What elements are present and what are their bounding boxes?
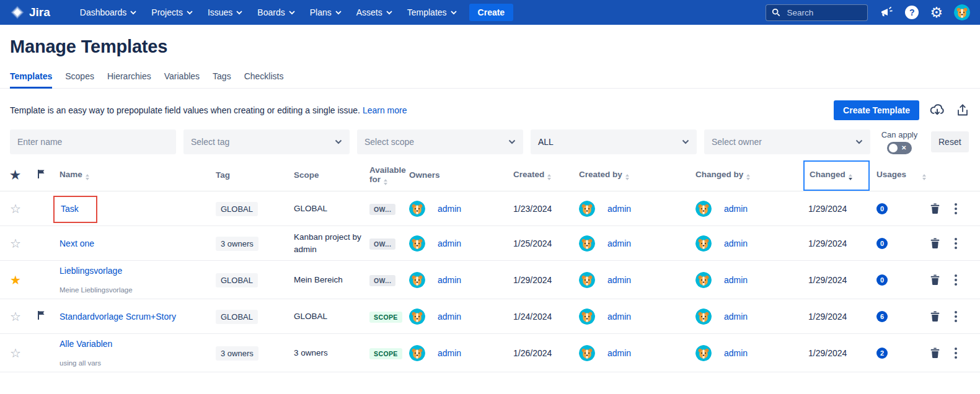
- reset-button[interactable]: Reset: [931, 131, 969, 152]
- owner-avatar[interactable]: [409, 272, 425, 288]
- changed-by-avatar[interactable]: [695, 235, 712, 252]
- nav-menu-item[interactable]: Issues: [200, 0, 250, 25]
- owner-link[interactable]: admin: [438, 239, 461, 248]
- favorite-star-icon[interactable]: ★: [10, 273, 21, 287]
- column-header-favorite[interactable]: ★: [10, 168, 37, 182]
- more-actions-icon[interactable]: [953, 310, 958, 323]
- column-header-tag[interactable]: Tag: [216, 170, 294, 180]
- nav-menu-item[interactable]: Boards: [250, 0, 302, 25]
- tab-checklists[interactable]: Checklists: [244, 71, 284, 88]
- nav-menu-item[interactable]: Assets: [349, 0, 400, 25]
- column-header-created[interactable]: Created: [513, 170, 579, 180]
- tag-badge: 3 owners: [216, 346, 258, 361]
- changed-by-avatar[interactable]: [695, 272, 712, 288]
- help-icon[interactable]: ?: [905, 6, 919, 19]
- owner-link[interactable]: admin: [438, 312, 461, 322]
- delete-icon[interactable]: [930, 238, 940, 249]
- created-by-link[interactable]: admin: [607, 239, 631, 248]
- more-actions-icon[interactable]: [953, 273, 958, 287]
- delete-icon[interactable]: [930, 274, 940, 286]
- created-by-link[interactable]: admin: [607, 204, 631, 214]
- column-header-changed-by[interactable]: Changed by: [695, 170, 808, 180]
- export-icon[interactable]: [955, 103, 970, 118]
- table-row: ★ Lieblingsvorlage Meine Lieblingsvorlag…: [0, 261, 980, 299]
- template-name-link[interactable]: Lieblingsvorlage: [60, 266, 122, 276]
- changed-by-link[interactable]: admin: [724, 204, 748, 214]
- column-header-name[interactable]: Name: [60, 170, 216, 180]
- scope-filter-select[interactable]: Select scope: [357, 129, 523, 154]
- created-by-avatar[interactable]: [579, 201, 595, 217]
- changed-by-link[interactable]: admin: [724, 239, 748, 248]
- owner-link[interactable]: admin: [438, 348, 461, 358]
- import-cloud-icon[interactable]: [929, 102, 945, 118]
- column-header-flag[interactable]: [37, 169, 60, 181]
- owner-avatar[interactable]: [409, 345, 425, 361]
- template-name-link[interactable]: Standardvorlage Scrum+Story: [60, 312, 176, 322]
- jira-logo[interactable]: Jira: [10, 5, 50, 20]
- template-name-link[interactable]: Task: [61, 204, 79, 214]
- changed-by-link[interactable]: admin: [724, 275, 748, 285]
- favorite-star-icon[interactable]: ☆: [10, 202, 21, 216]
- changed-by-link[interactable]: admin: [724, 348, 748, 358]
- scope-value: GLOBAL: [294, 204, 336, 213]
- owner-avatar[interactable]: [409, 309, 425, 325]
- column-header-scope[interactable]: Scope: [294, 170, 369, 180]
- tab-tags[interactable]: Tags: [213, 71, 231, 88]
- created-by-link[interactable]: admin: [607, 348, 631, 358]
- created-by-link[interactable]: admin: [607, 275, 631, 285]
- changed-by-avatar[interactable]: [695, 345, 712, 361]
- nav-menu-item[interactable]: Plans: [302, 0, 349, 25]
- user-avatar[interactable]: [954, 4, 970, 20]
- column-header-created-by[interactable]: Created by: [579, 170, 695, 180]
- delete-icon[interactable]: [930, 203, 940, 214]
- favorite-star-icon[interactable]: ☆: [10, 346, 21, 360]
- tab-variables[interactable]: Variables: [164, 71, 200, 88]
- search-box[interactable]: [766, 4, 868, 21]
- template-name-link[interactable]: Alle Variablen: [60, 339, 112, 349]
- owner-filter-select[interactable]: Select owner: [704, 129, 870, 154]
- nav-menu-item[interactable]: Templates: [400, 0, 464, 25]
- created-by-link[interactable]: admin: [607, 312, 631, 322]
- more-actions-icon[interactable]: [953, 237, 958, 250]
- announcements-icon[interactable]: [879, 5, 894, 20]
- table-row: ☆ Standardvorlage Scrum+Story GLOBAL GLO…: [0, 299, 980, 334]
- column-header-available-for[interactable]: Available for: [369, 165, 409, 185]
- owner-link[interactable]: admin: [438, 275, 461, 285]
- tag-filter-select[interactable]: Select tag: [183, 129, 350, 154]
- owner-avatar[interactable]: [409, 201, 425, 217]
- column-header-usages[interactable]: Usages: [876, 170, 930, 180]
- changed-by-link[interactable]: admin: [724, 312, 748, 322]
- created-by-avatar[interactable]: [579, 309, 595, 325]
- favorite-star-icon[interactable]: ☆: [10, 310, 21, 323]
- nav-menu-item[interactable]: Dashboards: [73, 0, 144, 25]
- column-header-owners[interactable]: Owners: [409, 170, 513, 180]
- create-template-button[interactable]: Create Template: [834, 100, 919, 120]
- delete-icon[interactable]: [930, 348, 940, 359]
- owner-avatar[interactable]: [409, 235, 425, 252]
- column-header-changed[interactable]: Changed: [808, 169, 876, 182]
- nav-menu-item[interactable]: Projects: [144, 0, 200, 25]
- delete-icon[interactable]: [930, 311, 940, 322]
- learn-more-link[interactable]: Learn more: [363, 105, 407, 115]
- template-name-link[interactable]: Next one: [60, 239, 94, 248]
- tab-hierarchies[interactable]: Hierarchies: [107, 71, 151, 88]
- changed-by-avatar[interactable]: [695, 201, 712, 217]
- owner-link[interactable]: admin: [438, 204, 461, 214]
- create-button[interactable]: Create: [469, 4, 514, 21]
- gear-icon[interactable]: ⚙: [930, 6, 943, 20]
- templates-table: ★ Name Tag Scope Available for Owners Cr…: [0, 159, 980, 372]
- favorite-star-icon[interactable]: ☆: [10, 237, 21, 250]
- more-actions-icon[interactable]: [953, 346, 958, 360]
- can-apply-toggle[interactable]: ✕: [887, 142, 912, 154]
- name-filter-input[interactable]: [10, 129, 176, 154]
- flag-icon[interactable]: [37, 312, 45, 322]
- created-by-avatar[interactable]: [579, 235, 595, 252]
- search-input[interactable]: [785, 7, 854, 18]
- created-by-avatar[interactable]: [579, 345, 595, 361]
- tab-templates[interactable]: Templates: [10, 71, 52, 89]
- type-filter-select[interactable]: ALL: [531, 129, 697, 154]
- created-by-avatar[interactable]: [579, 272, 595, 288]
- tab-scopes[interactable]: Scopes: [65, 71, 94, 88]
- changed-by-avatar[interactable]: [695, 309, 712, 325]
- more-actions-icon[interactable]: [953, 202, 958, 216]
